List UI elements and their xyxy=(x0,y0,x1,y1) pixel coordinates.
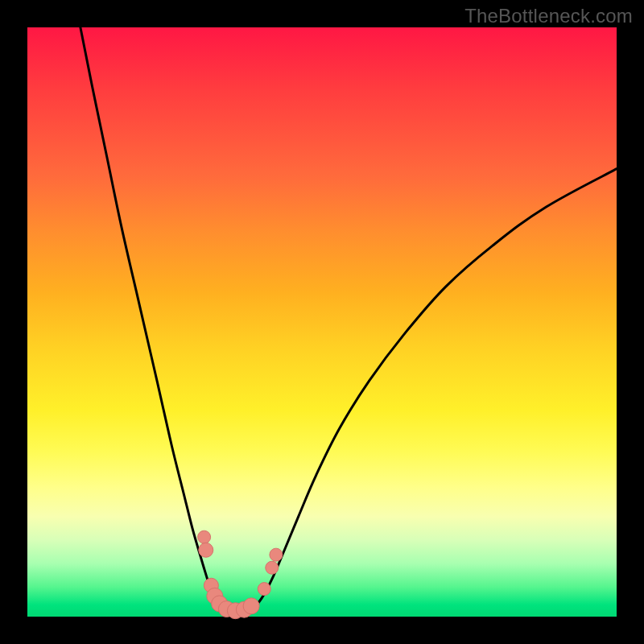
curves-group xyxy=(80,27,617,613)
right-curve xyxy=(251,169,617,612)
data-marker xyxy=(270,548,283,561)
chart-svg xyxy=(0,0,644,644)
data-marker xyxy=(258,583,270,596)
markers-group xyxy=(198,530,283,619)
data-marker xyxy=(199,543,213,557)
chart-frame: TheBottleneck.com xyxy=(0,0,644,644)
data-marker xyxy=(266,561,279,574)
data-marker xyxy=(243,598,259,614)
data-marker xyxy=(198,530,211,543)
left-curve xyxy=(80,27,225,613)
